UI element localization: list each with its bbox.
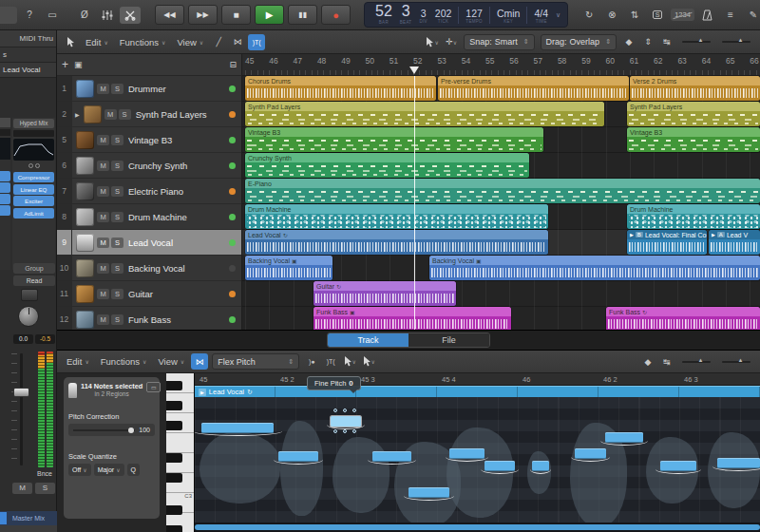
channel-setting-button[interactable]: Hyped Mix — [13, 119, 54, 128]
black-key[interactable] — [166, 505, 182, 515]
catch-content-icon[interactable]: )● — [303, 353, 320, 370]
solo-button[interactable]: S — [111, 84, 124, 94]
track-header-backing-vocal[interactable]: 10MSBacking Vocal — [57, 256, 241, 281]
piano-keyboard[interactable]: C3 — [166, 373, 195, 532]
functions-menu[interactable]: Functions∨ — [101, 356, 147, 367]
scale-type-menu[interactable]: Major∨ — [94, 464, 124, 476]
lcd-display[interactable]: 52BAR 3BEAT 3DIV 202TICK 127TEMPO CminKE… — [364, 2, 568, 28]
region-drum-machine[interactable]: Drum Machine — [245, 204, 548, 229]
region-synth-pad-layers[interactable]: Synth Pad Layers — [245, 102, 604, 126]
track-header-electric-piano[interactable]: 7MSElectric Piano — [57, 179, 241, 204]
flex-pitch-note[interactable] — [278, 451, 318, 462]
track-header-drum-machine[interactable]: 8MSDrum Machine — [57, 204, 241, 230]
list-editors-icon[interactable]: ≡ — [720, 7, 741, 24]
record-button[interactable]: ● — [321, 5, 351, 25]
scroll-thumb[interactable] — [195, 524, 760, 530]
rewind-button[interactable]: ◀◀ — [155, 5, 184, 25]
stereo-format-icon[interactable] — [13, 162, 54, 169]
count-in-button[interactable]: 1234 — [671, 9, 694, 21]
region-inspector-row[interactable]: s — [0, 48, 56, 63]
region-e-piano[interactable]: E-Piano — [245, 179, 760, 203]
black-key[interactable] — [166, 525, 182, 532]
flex-pitch-note[interactable] — [331, 416, 361, 427]
region-pre-verse-drums[interactable]: Pre-verse Drums — [438, 76, 629, 101]
pan-value[interactable]: -0.5 — [35, 334, 55, 344]
show-flex-icon[interactable]: ⋈ — [191, 353, 208, 370]
mute-button[interactable]: M — [97, 263, 109, 274]
flex-pitch-note[interactable] — [575, 448, 606, 459]
note-edit-handle[interactable] — [343, 408, 347, 412]
flex-pitch-note[interactable] — [449, 448, 484, 459]
solo-button[interactable]: S — [35, 483, 55, 494]
quantize-button[interactable]: Q — [127, 464, 140, 476]
note-edit-handle[interactable] — [352, 408, 356, 412]
region-vintage-b3[interactable]: Vintage B3 — [245, 127, 543, 152]
black-key[interactable] — [166, 421, 182, 430]
grab-tool-icon[interactable] — [62, 34, 79, 50]
volume-value[interactable]: 0.0 — [13, 334, 33, 344]
solo-button[interactable]: S — [111, 161, 124, 171]
black-key[interactable] — [166, 453, 182, 463]
flex-pitch-note[interactable] — [408, 487, 449, 498]
note-edit-handle[interactable] — [333, 429, 337, 433]
local-inspector-button[interactable]: ▭ — [146, 382, 161, 392]
solo-button[interactable]: S — [111, 289, 124, 299]
flex-pitch-note[interactable] — [372, 451, 411, 462]
quick-help-icon[interactable]: ? — [19, 7, 40, 24]
track-header-crunchy-synth[interactable]: 6MSCrunchy Synth — [57, 153, 241, 179]
pointer-tool-menu[interactable]: ∨ — [341, 353, 358, 370]
note-edit-handle[interactable] — [343, 429, 347, 433]
eq-display[interactable] — [13, 139, 54, 161]
flex-pitch-note[interactable] — [717, 458, 760, 468]
scale-root-menu[interactable]: Off∨ — [68, 464, 91, 476]
region-lead-vocal-final-com[interactable]: ▶BLead Vocal: Final Com — [627, 230, 707, 255]
snap-menu[interactable]: Snap:Smart ⇕ — [464, 34, 534, 50]
region-play-icon[interactable]: ▶ — [199, 389, 206, 396]
group-button[interactable]: Group — [13, 263, 55, 274]
add-track-button[interactable]: + — [62, 58, 68, 71]
mute-button[interactable]: M — [97, 212, 109, 222]
mute-button[interactable]: M — [97, 161, 109, 171]
track-header-vintage-b3[interactable]: 5MSVintage B3 — [57, 127, 241, 153]
flex-pitch-editor[interactable]: 4545 245 345 44646 246 3 ▶ Lead Vocal ↻ … — [195, 373, 760, 532]
zoom-fit-icon[interactable]: ↹ — [658, 34, 675, 50]
edit-menu[interactable]: Edit∨ — [86, 37, 108, 48]
region-backing-vocal[interactable]: Backing Vocal▣ — [429, 256, 760, 280]
flex-pitch-note[interactable] — [660, 461, 696, 471]
track-header-drummer[interactable]: 1MSDrummer — [57, 76, 241, 102]
play-button[interactable]: ▶ — [255, 5, 284, 25]
region-lead-vocal[interactable]: Lead Vocal↻ — [245, 230, 548, 255]
mute-button[interactable]: M — [12, 483, 32, 494]
region-drum-machine[interactable]: Drum Machine — [627, 204, 760, 229]
waveform-zoom-icon[interactable]: ◆ — [639, 353, 656, 370]
black-key[interactable] — [166, 401, 182, 410]
pan-knob[interactable] — [18, 306, 39, 327]
mute-button[interactable]: M — [97, 289, 109, 299]
automation-icon[interactable]: ╱ — [210, 34, 227, 50]
view-menu[interactable]: View∨ — [158, 356, 184, 367]
mute-button[interactable]: M — [97, 84, 109, 94]
region-funk-bass[interactable]: Funk Bass↻ — [606, 307, 760, 330]
mixer-icon[interactable] — [97, 7, 118, 24]
pitch-correction-slider[interactable]: 100 — [68, 424, 155, 436]
tuner-icon[interactable]: Ø — [74, 7, 95, 24]
flex-pitch-note[interactable] — [605, 432, 643, 443]
forward-button[interactable]: ▶▶ — [188, 5, 218, 25]
functions-menu[interactable]: Functions∨ — [120, 37, 166, 48]
region-chorus-drums[interactable]: Chorus Drums — [245, 76, 436, 101]
track-header-guitar[interactable]: 11MSGuitar — [57, 281, 241, 307]
track-header-synth-pad-layers[interactable]: 2▶MSSynth Pad Layers — [57, 102, 241, 127]
solo-button[interactable]: S — [111, 212, 124, 222]
replace-icon[interactable]: ⊗ — [601, 7, 622, 24]
pointer-tool-menu[interactable]: ∨ — [424, 34, 441, 50]
plugin-slot-adlimit[interactable]: AdLimit — [13, 208, 54, 218]
scissors-icon[interactable] — [120, 7, 141, 24]
track-header-lead-vocal[interactable]: 9MSLead Vocal — [57, 230, 241, 256]
stop-button[interactable]: ■ — [221, 5, 251, 25]
command-click-tool-menu[interactable]: ∨ — [360, 353, 377, 370]
view-menu[interactable]: View∨ — [177, 37, 203, 48]
region-vintage-b3[interactable]: Vintage B3 — [627, 127, 760, 152]
tab-file[interactable]: File — [408, 333, 489, 347]
edit-menu[interactable]: Edit∨ — [66, 356, 89, 367]
horizontal-zoom-slider[interactable]: ▲ — [722, 361, 750, 363]
